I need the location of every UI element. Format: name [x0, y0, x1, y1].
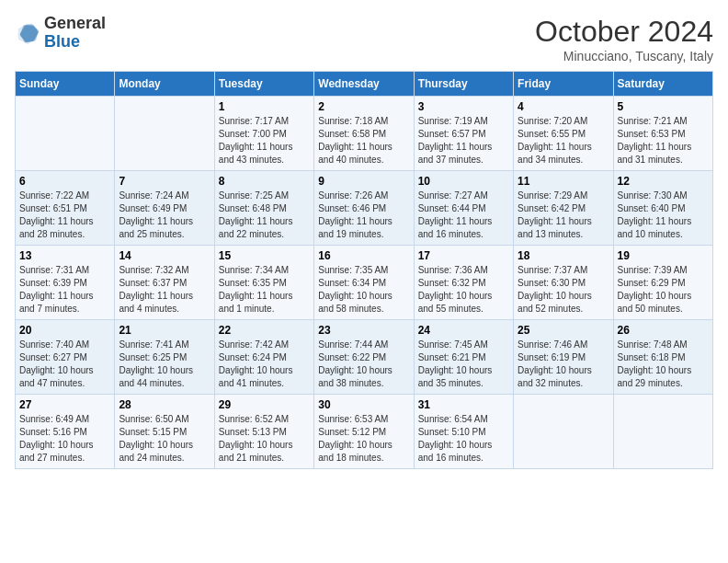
day-number: 23	[318, 324, 409, 337]
day-detail: Sunrise: 7:37 AMSunset: 6:30 PMDaylight:…	[518, 264, 609, 316]
day-number: 9	[318, 175, 409, 188]
day-number: 13	[19, 249, 110, 262]
day-detail: Sunrise: 6:53 AMSunset: 5:12 PMDaylight:…	[318, 413, 409, 465]
day-detail: Sunrise: 7:18 AMSunset: 6:58 PMDaylight:…	[318, 115, 409, 167]
day-detail: Sunrise: 7:45 AMSunset: 6:21 PMDaylight:…	[418, 339, 509, 390]
column-header-wednesday: Wednesday	[314, 72, 414, 97]
day-number: 12	[618, 175, 709, 188]
calendar-cell: 29Sunrise: 6:52 AMSunset: 5:13 PMDayligh…	[214, 395, 313, 469]
day-number: 6	[19, 175, 110, 188]
calendar-header: SundayMondayTuesdayWednesdayThursdayFrid…	[16, 72, 713, 97]
column-header-sunday: Sunday	[16, 72, 115, 97]
calendar-cell: 11Sunrise: 7:29 AMSunset: 6:42 PMDayligh…	[514, 171, 613, 246]
location: Minucciano, Tuscany, Italy	[535, 49, 713, 63]
calendar-cell: 3Sunrise: 7:19 AMSunset: 6:57 PMDaylight…	[414, 97, 513, 171]
day-detail: Sunrise: 7:48 AMSunset: 6:18 PMDaylight:…	[618, 339, 709, 390]
calendar-cell: 28Sunrise: 6:50 AMSunset: 5:15 PMDayligh…	[115, 395, 214, 469]
day-number: 20	[19, 324, 110, 337]
calendar-cell	[514, 395, 613, 469]
calendar-cell: 10Sunrise: 7:27 AMSunset: 6:44 PMDayligh…	[414, 171, 513, 246]
day-number: 2	[318, 100, 409, 113]
day-number: 3	[418, 100, 509, 113]
day-number: 18	[518, 249, 609, 262]
calendar-cell: 22Sunrise: 7:42 AMSunset: 6:24 PMDayligh…	[214, 320, 313, 395]
calendar-cell: 24Sunrise: 7:45 AMSunset: 6:21 PMDayligh…	[414, 320, 513, 395]
day-detail: Sunrise: 7:20 AMSunset: 6:55 PMDaylight:…	[518, 115, 609, 167]
day-number: 27	[19, 398, 110, 411]
calendar-cell	[613, 395, 712, 469]
column-header-thursday: Thursday	[414, 72, 513, 97]
calendar-cell: 20Sunrise: 7:40 AMSunset: 6:27 PMDayligh…	[16, 320, 115, 395]
column-header-tuesday: Tuesday	[214, 72, 313, 97]
day-number: 30	[318, 398, 409, 411]
calendar-cell: 19Sunrise: 7:39 AMSunset: 6:29 PMDayligh…	[613, 246, 712, 320]
day-detail: Sunrise: 7:22 AMSunset: 6:51 PMDaylight:…	[19, 190, 110, 241]
calendar-week-row: 20Sunrise: 7:40 AMSunset: 6:27 PMDayligh…	[16, 320, 713, 395]
day-detail: Sunrise: 7:31 AMSunset: 6:39 PMDaylight:…	[19, 264, 110, 316]
day-number: 15	[219, 249, 310, 262]
calendar-cell: 15Sunrise: 7:34 AMSunset: 6:35 PMDayligh…	[214, 246, 313, 320]
day-detail: Sunrise: 7:36 AMSunset: 6:32 PMDaylight:…	[418, 264, 509, 316]
calendar-cell: 27Sunrise: 6:49 AMSunset: 5:16 PMDayligh…	[16, 395, 115, 469]
calendar-table: SundayMondayTuesdayWednesdayThursdayFrid…	[15, 71, 713, 469]
day-detail: Sunrise: 7:44 AMSunset: 6:22 PMDaylight:…	[318, 339, 409, 390]
day-number: 11	[518, 175, 609, 188]
calendar-cell: 31Sunrise: 6:54 AMSunset: 5:10 PMDayligh…	[414, 395, 513, 469]
day-detail: Sunrise: 7:24 AMSunset: 6:49 PMDaylight:…	[119, 190, 210, 241]
calendar-cell: 1Sunrise: 7:17 AMSunset: 7:00 PMDaylight…	[214, 97, 313, 171]
day-number: 1	[219, 100, 310, 113]
calendar-week-row: 1Sunrise: 7:17 AMSunset: 7:00 PMDaylight…	[16, 97, 713, 171]
calendar-week-row: 27Sunrise: 6:49 AMSunset: 5:16 PMDayligh…	[16, 395, 713, 469]
day-detail: Sunrise: 7:25 AMSunset: 6:48 PMDaylight:…	[219, 190, 310, 241]
column-header-monday: Monday	[115, 72, 214, 97]
calendar-cell: 17Sunrise: 7:36 AMSunset: 6:32 PMDayligh…	[414, 246, 513, 320]
day-detail: Sunrise: 7:32 AMSunset: 6:37 PMDaylight:…	[119, 264, 210, 316]
day-number: 24	[418, 324, 509, 337]
day-number: 16	[318, 249, 409, 262]
day-number: 31	[418, 398, 509, 411]
column-header-friday: Friday	[514, 72, 613, 97]
day-detail: Sunrise: 7:29 AMSunset: 6:42 PMDaylight:…	[518, 190, 609, 241]
day-detail: Sunrise: 6:54 AMSunset: 5:10 PMDaylight:…	[418, 413, 509, 465]
calendar-week-row: 6Sunrise: 7:22 AMSunset: 6:51 PMDaylight…	[16, 171, 713, 246]
day-number: 22	[219, 324, 310, 337]
calendar-cell: 14Sunrise: 7:32 AMSunset: 6:37 PMDayligh…	[115, 246, 214, 320]
calendar-cell: 8Sunrise: 7:25 AMSunset: 6:48 PMDaylight…	[214, 171, 313, 246]
day-number: 29	[219, 398, 310, 411]
calendar-cell: 16Sunrise: 7:35 AMSunset: 6:34 PMDayligh…	[314, 246, 414, 320]
day-detail: Sunrise: 6:50 AMSunset: 5:15 PMDaylight:…	[119, 413, 210, 465]
calendar-week-row: 13Sunrise: 7:31 AMSunset: 6:39 PMDayligh…	[16, 246, 713, 320]
day-detail: Sunrise: 6:52 AMSunset: 5:13 PMDaylight:…	[219, 413, 310, 465]
day-number: 5	[618, 100, 709, 113]
calendar-cell: 13Sunrise: 7:31 AMSunset: 6:39 PMDayligh…	[16, 246, 115, 320]
calendar-cell: 30Sunrise: 6:53 AMSunset: 5:12 PMDayligh…	[314, 395, 414, 469]
day-number: 8	[219, 175, 310, 188]
day-detail: Sunrise: 6:49 AMSunset: 5:16 PMDaylight:…	[19, 413, 110, 465]
day-detail: Sunrise: 7:19 AMSunset: 6:57 PMDaylight:…	[418, 115, 509, 167]
day-number: 19	[618, 249, 709, 262]
logo: General Blue	[15, 15, 106, 52]
day-detail: Sunrise: 7:30 AMSunset: 6:40 PMDaylight:…	[618, 190, 709, 241]
day-number: 14	[119, 249, 210, 262]
calendar-cell: 6Sunrise: 7:22 AMSunset: 6:51 PMDaylight…	[16, 171, 115, 246]
day-number: 21	[119, 324, 210, 337]
day-detail: Sunrise: 7:27 AMSunset: 6:44 PMDaylight:…	[418, 190, 509, 241]
calendar-cell: 5Sunrise: 7:21 AMSunset: 6:53 PMDaylight…	[613, 97, 712, 171]
column-header-saturday: Saturday	[613, 72, 712, 97]
calendar-cell: 7Sunrise: 7:24 AMSunset: 6:49 PMDaylight…	[115, 171, 214, 246]
calendar-cell: 2Sunrise: 7:18 AMSunset: 6:58 PMDaylight…	[314, 97, 414, 171]
day-number: 28	[119, 398, 210, 411]
calendar-cell: 25Sunrise: 7:46 AMSunset: 6:19 PMDayligh…	[514, 320, 613, 395]
logo-text: General Blue	[44, 15, 106, 52]
calendar-cell: 26Sunrise: 7:48 AMSunset: 6:18 PMDayligh…	[613, 320, 712, 395]
day-number: 4	[518, 100, 609, 113]
calendar-cell: 23Sunrise: 7:44 AMSunset: 6:22 PMDayligh…	[314, 320, 414, 395]
day-number: 10	[418, 175, 509, 188]
day-detail: Sunrise: 7:42 AMSunset: 6:24 PMDaylight:…	[219, 339, 310, 390]
day-detail: Sunrise: 7:41 AMSunset: 6:25 PMDaylight:…	[119, 339, 210, 390]
day-number: 7	[119, 175, 210, 188]
calendar-cell	[16, 97, 115, 171]
calendar-cell: 21Sunrise: 7:41 AMSunset: 6:25 PMDayligh…	[115, 320, 214, 395]
month-title: October 2024	[535, 15, 713, 49]
day-detail: Sunrise: 7:40 AMSunset: 6:27 PMDaylight:…	[19, 339, 110, 390]
